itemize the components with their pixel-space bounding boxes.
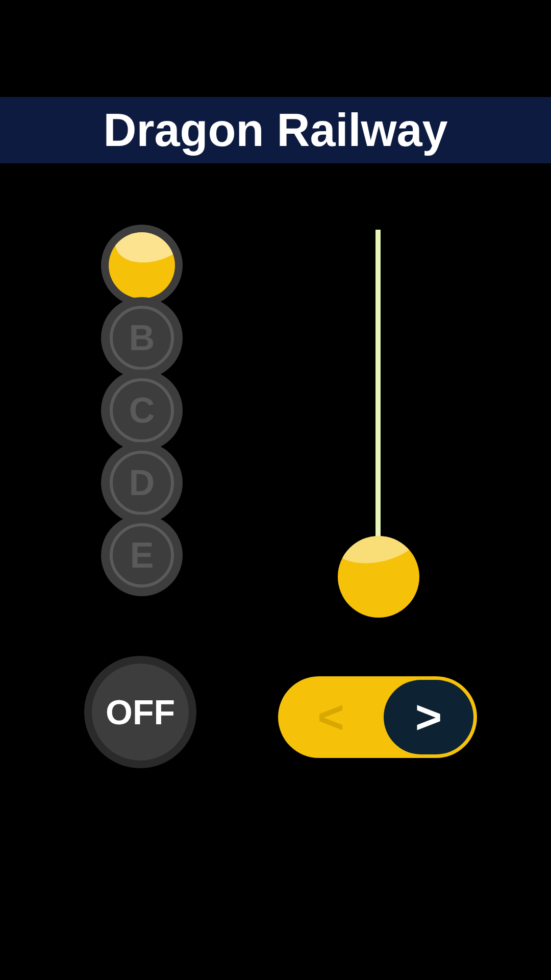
power-inner-circle: OFF [92,664,189,761]
option-inner-ring: D [110,451,174,515]
direction-toggle[interactable]: < > [278,676,477,758]
knob-highlight [338,536,419,573]
option-e[interactable]: E [101,514,183,596]
option-circle: D [101,442,183,524]
option-circle [101,225,183,306]
option-letter: D [129,462,155,503]
header-bar: Dragon Railway [0,97,551,163]
page-title: Dragon Railway [103,104,447,157]
highlight-gloss [109,232,175,273]
power-button[interactable]: OFF [84,656,196,768]
slider-knob[interactable] [338,536,419,618]
arrow-right-icon: > [415,691,442,744]
power-outer-ring: OFF [84,656,196,768]
option-letter: E [130,535,154,576]
option-letter: B [129,317,155,358]
arrow-left-icon: < [317,691,344,744]
option-a[interactable] [101,225,183,306]
option-circle: E [101,514,183,596]
option-b[interactable]: B [101,297,183,379]
power-label: OFF [106,692,175,732]
option-inner-ring: E [110,523,174,587]
toggle-right-option[interactable]: > [384,680,473,754]
option-circle: B [101,297,183,379]
option-selector: B C D E [101,225,183,587]
option-inner-ring: B [110,306,174,370]
selected-indicator [109,232,175,299]
toggle-left-option[interactable]: < [278,691,384,744]
option-circle: C [101,370,183,451]
option-letter: C [129,390,155,431]
option-c[interactable]: C [101,370,183,451]
option-inner-ring: C [110,378,174,443]
slider-track[interactable] [375,230,381,587]
option-d[interactable]: D [101,442,183,524]
